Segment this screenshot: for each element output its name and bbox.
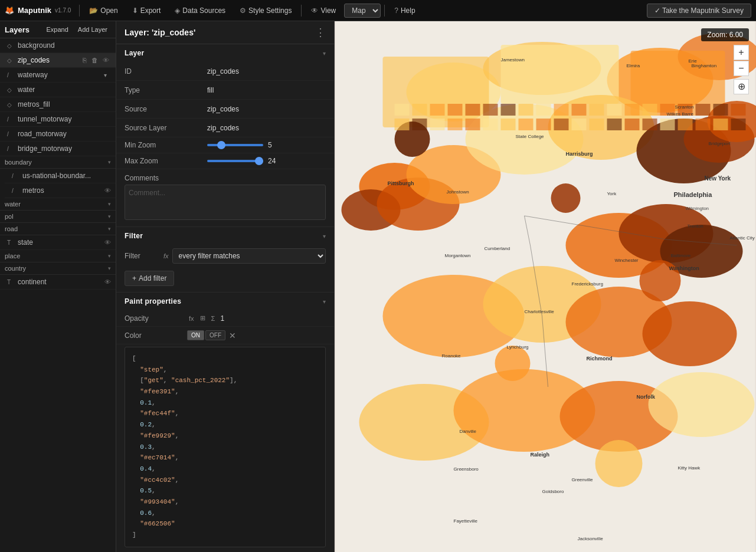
color-delete-button[interactable]: ✕ — [229, 331, 236, 340]
zoom-in-button[interactable]: + — [734, 45, 749, 60]
add-layer-button[interactable]: Add Layer — [74, 25, 111, 34]
svg-text:New York: New York — [705, 175, 731, 182]
export-label: Export — [140, 6, 161, 15]
color-toggle-on[interactable]: ON — [187, 330, 204, 340]
layer-group-road[interactable]: road ▾ — [0, 223, 116, 235]
svg-rect-59 — [501, 119, 516, 130]
svg-text:Raleigh: Raleigh — [531, 452, 550, 458]
layer-section: Layer ▾ ID zip_codes Type fill Source zi… — [116, 44, 334, 227]
layer-icon-waterway: / — [7, 72, 14, 78]
paint-section-toggle: ▾ — [323, 298, 326, 305]
app-version: v1.7.0 — [55, 7, 71, 14]
style-settings-label: Style Settings — [248, 6, 292, 15]
layer-item-zip-codes[interactable]: ◇ zip_codes ⎘ 🗑 👁 — [0, 53, 116, 68]
metros-eye-icon: 👁 — [104, 187, 111, 194]
style-settings-button[interactable]: ⚙ Style Settings — [234, 4, 297, 17]
view-label-btn[interactable]: 👁 View — [305, 4, 342, 17]
layer-copy-button[interactable]: ⎘ — [81, 56, 89, 64]
data-sources-button[interactable]: ◈ Data Sources — [169, 4, 231, 17]
layer-item-road-motorway[interactable]: / road_motorway — [0, 127, 116, 142]
layer-item-metros-fill[interactable]: ◇ metros_fill — [0, 97, 116, 112]
continent-eye-icon: 👁 — [104, 278, 111, 285]
layer-group-pol[interactable]: pol ▾ — [0, 211, 116, 223]
svg-rect-43 — [572, 104, 587, 116]
layer-item-us-national-boundary[interactable]: / us-national-boundar... — [5, 169, 116, 183]
app-name: Maputnik — [18, 6, 51, 15]
layer-group-road-label: road — [5, 225, 18, 232]
svg-text:Johnstown: Johnstown — [447, 189, 469, 195]
opacity-row: Opacity fx ⊞ Σ 1 — [116, 310, 334, 327]
layer-group-water-arrow: ▾ — [108, 201, 111, 207]
zoom-out-button[interactable]: − — [734, 61, 749, 76]
color-code-display: [ "step", ["get", "cash_pct_2022"], "#fe… — [130, 352, 320, 542]
layer-delete-button[interactable]: 🗑 — [90, 56, 100, 64]
svg-text:Greenville: Greenville — [572, 477, 594, 482]
layer-item-metros[interactable]: / metros 👁 — [5, 183, 116, 198]
svg-rect-61 — [536, 119, 551, 130]
layer-name-us-boundary: us-national-boundar... — [22, 172, 111, 180]
layer-item-water[interactable]: ◇ water — [0, 83, 116, 97]
max-zoom-slider[interactable] — [207, 160, 263, 162]
layer-group-place[interactable]: place ▾ — [0, 250, 116, 262]
compass-button[interactable]: ⊕ — [734, 79, 749, 94]
layer-source-row: Source zip_codes — [116, 100, 334, 119]
svg-text:Washington: Washington — [669, 265, 699, 271]
svg-rect-34 — [413, 104, 427, 116]
opacity-label: Opacity — [125, 314, 184, 323]
svg-rect-33 — [395, 104, 410, 116]
sidebar-header-actions: Expand Add Layer — [43, 25, 111, 34]
expand-button[interactable]: Expand — [43, 25, 72, 34]
svg-text:Roanoke: Roanoke — [442, 353, 462, 359]
paint-section-header[interactable]: Paint properties ▾ — [116, 293, 334, 310]
svg-text:Charlottesville: Charlottesville — [525, 309, 555, 314]
min-zoom-slider[interactable] — [207, 144, 263, 146]
layer-item-state[interactable]: T state 👁 — [0, 235, 116, 250]
layer-group-place-arrow: ▾ — [108, 253, 111, 259]
svg-text:Trenton: Trenton — [688, 224, 703, 229]
svg-rect-65 — [607, 119, 622, 130]
min-zoom-label: Min Zoom — [125, 141, 207, 149]
svg-text:Richmond: Richmond — [587, 356, 613, 362]
filter-select[interactable]: every filter matches any filter matches … — [172, 248, 326, 264]
export-button[interactable]: ⬇ Export — [126, 4, 167, 17]
open-button[interactable]: 📂 Open — [83, 4, 123, 17]
logo-emoji: 🦊 — [5, 6, 14, 15]
svg-point-29 — [551, 183, 581, 213]
filter-section: Filter ▾ Filter fx every filter matches … — [116, 227, 334, 293]
layer-section-header[interactable]: Layer ▾ — [116, 44, 334, 62]
add-filter-button[interactable]: + Add filter — [125, 271, 174, 286]
layer-item-tunnel-motorway[interactable]: / tunnel_motorway — [0, 112, 116, 127]
layer-group-country[interactable]: country ▾ — [0, 262, 116, 275]
layer-visibility-button[interactable]: 👁 — [101, 56, 111, 64]
svg-text:State College: State College — [516, 134, 545, 139]
svg-point-23 — [643, 301, 737, 366]
opacity-zoom-button[interactable]: ⊞ — [198, 314, 207, 323]
help-label: Help — [401, 6, 415, 15]
layer-icon-metros: / — [12, 188, 19, 194]
layer-id-label: ID — [125, 67, 207, 75]
svg-text:Fredericksburg: Fredericksburg — [572, 281, 603, 287]
filter-section-header[interactable]: Filter ▾ — [116, 227, 334, 245]
add-filter-label: Add filter — [139, 274, 166, 282]
view-select[interactable]: Map — [344, 4, 381, 18]
svg-text:Wilmington: Wilmington — [686, 206, 709, 211]
panel-menu-button[interactable]: ⋮ — [315, 27, 326, 38]
layer-item-bridge-motorway[interactable]: / bridge_motorway — [0, 142, 116, 156]
opacity-fx-button[interactable]: fx — [187, 314, 196, 323]
layer-item-background[interactable]: ◇ background — [0, 38, 116, 53]
svg-rect-56 — [448, 119, 463, 130]
layer-group-water[interactable]: water ▾ — [0, 198, 116, 211]
survey-button[interactable]: ✓ Take the Maputnik Survey — [647, 4, 751, 18]
filter-fx-icon: fx — [163, 252, 169, 259]
layer-item-waterway[interactable]: / waterway ▾ — [0, 68, 116, 83]
help-button[interactable]: ? Help — [388, 4, 421, 17]
map-container: Pittsburgh Johnstown State College Harri… — [335, 21, 756, 552]
paint-section-title: Paint properties — [125, 297, 181, 305]
svg-rect-40 — [519, 104, 534, 116]
layer-item-continent[interactable]: T continent 👁 — [0, 275, 116, 290]
opacity-sigma-button[interactable]: Σ — [210, 314, 217, 323]
layer-group-boundary[interactable]: boundary ▾ — [0, 156, 116, 169]
comments-textarea[interactable] — [125, 185, 326, 220]
svg-text:Philadelphia: Philadelphia — [674, 191, 713, 198]
color-toggle-off[interactable]: OFF — [205, 330, 225, 340]
